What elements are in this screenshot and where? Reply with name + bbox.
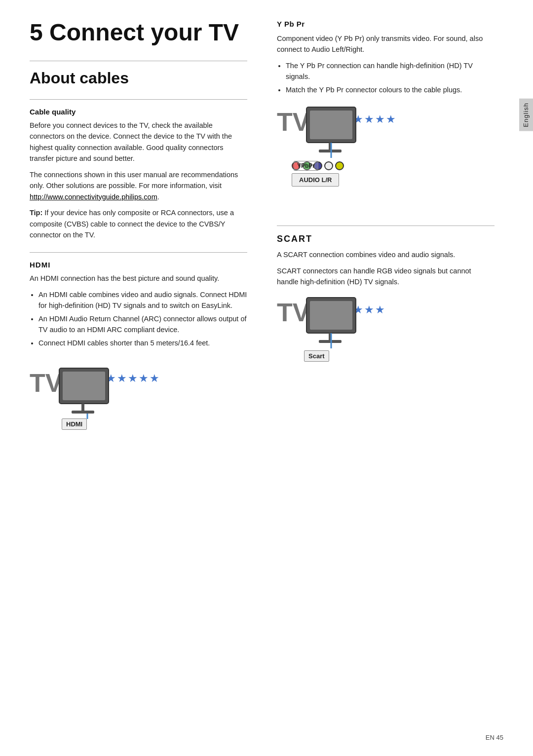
scart-label-box: Scart xyxy=(304,350,329,362)
ypbpr-label-box: YPbPr xyxy=(294,161,318,171)
ypbpr-tv-illustration xyxy=(304,105,363,160)
divider-2 xyxy=(30,99,247,100)
svg-rect-10 xyxy=(319,150,342,152)
svg-rect-1 xyxy=(63,372,105,400)
connector-circles: YPbPr xyxy=(292,161,344,170)
scart-title: SCART xyxy=(277,234,495,244)
ypbpr-connectors: YPbPr AUDIO L/R xyxy=(292,161,344,173)
hdmi-title: HDMI xyxy=(30,261,247,269)
scart-para1: A SCART connection combines video and au… xyxy=(277,249,495,260)
ypbpr-bullets: The Y Pb Pr connection can handle high-d… xyxy=(286,60,495,97)
cable-quality-title: Cable quality xyxy=(30,108,247,116)
audio-lr-label: AUDIO L/R xyxy=(292,173,339,187)
language-tab: English xyxy=(519,99,533,131)
hdmi-connector: HDMI xyxy=(62,418,78,429)
hdmi-diagram: TV ★★★★★ xyxy=(30,363,247,452)
hdmi-bullet-2: An HDMI Audio Return Channel (ARC) conne… xyxy=(38,313,247,336)
scart-para2: SCART connectors can handle RGB video si… xyxy=(277,265,495,288)
chapter-title: 5 Connect your TV xyxy=(30,20,247,46)
ypbpr-title: Y Pb Pr xyxy=(277,20,495,28)
hdmi-label-box: HDMI xyxy=(62,418,87,430)
conn-white xyxy=(324,161,333,170)
scart-connector: Scart xyxy=(304,351,324,362)
tip-label: Tip: xyxy=(30,209,42,217)
tip-text: Tip: If your device has only composite o… xyxy=(30,207,247,240)
conn-yellow xyxy=(335,161,344,170)
ypbpr-bullet-1: The Y Pb Pr connection can handle high-d… xyxy=(286,60,495,82)
svg-rect-15 xyxy=(319,340,342,343)
hdmi-bullet-3: Connect HDMI cables shorter than 5 meter… xyxy=(38,338,247,348)
scart-tv-illustration xyxy=(304,295,363,351)
divider-1 xyxy=(30,61,247,61)
hdmi-para1: An HDMI connection has the best picture … xyxy=(30,273,247,284)
svg-rect-8 xyxy=(310,111,352,139)
divider-hdmi xyxy=(30,252,247,253)
cable-quality-para1: Before you connect devices to the TV, ch… xyxy=(30,120,247,164)
svg-rect-13 xyxy=(310,301,352,330)
hdmi-tv-illustration xyxy=(57,366,116,421)
divider-scart xyxy=(277,226,495,226)
cable-quality-para2: The connections shown in this user manua… xyxy=(30,169,247,202)
ypbpr-para1: Component video (Y Pb Pr) only transmits… xyxy=(277,33,495,55)
hdmi-bullet-1: An HDMI cable combines video and audio s… xyxy=(38,289,247,311)
ypbpr-diagram: TV ★★★★ xyxy=(277,102,495,211)
svg-rect-3 xyxy=(72,411,94,414)
philips-link[interactable]: http://www.connectivityguide.philips.com xyxy=(30,193,157,201)
svg-rect-2 xyxy=(81,404,84,412)
hdmi-bullets: An HDMI cable combines video and audio s… xyxy=(38,289,247,350)
left-column: 5 Connect your TV About cables Cable qua… xyxy=(30,20,247,736)
right-column: Y Pb Pr Component video (Y Pb Pr) only t… xyxy=(267,20,495,736)
about-cables-title: About cables xyxy=(30,69,247,87)
scart-diagram: TV ★★★ xyxy=(277,293,495,391)
footer-page-number: EN 45 xyxy=(486,734,503,741)
ypbpr-bullet-2: Match the Y Pb Pr connector colours to t… xyxy=(286,84,495,95)
